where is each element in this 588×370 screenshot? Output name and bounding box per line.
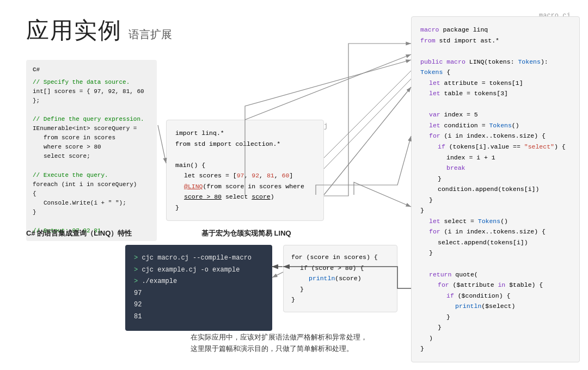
linq-caption: 基于宏为仓颉实现简易 LINQ: [201, 229, 291, 238]
svg-line-4: [324, 71, 411, 158]
svg-line-1: [324, 87, 411, 195]
forloop-box: for (score in scores) { if (score > 80) …: [283, 245, 397, 312]
macro-cj-box: macro package linq from std import ast.*…: [411, 16, 580, 362]
svg-line-5: [324, 79, 411, 169]
bottom-note: 在实际应用中，应该对扩展语法做严格解析和异常处理， 这里限于篇幅和演示目的，只做…: [191, 332, 367, 355]
svg-line-3: [272, 272, 283, 278]
bottom-note-line2: 这里限于篇幅和演示目的，只做了简单解析和处理。: [191, 343, 367, 355]
example-cj-box: import linq.* from std import collection…: [166, 120, 324, 221]
title-main: 应用实例: [26, 15, 122, 46]
terminal-box: > cjc macro.cj --compile-macro > cjc exa…: [125, 245, 272, 331]
bottom-note-line1: 在实际应用中，应该对扩展语法做严格解析和异常处理，: [191, 332, 367, 343]
page-title: 应用实例 语言扩展: [26, 15, 172, 46]
title-sub: 语言扩展: [128, 27, 172, 42]
svg-line-2: [245, 54, 411, 120]
csharp-label: C#: [33, 65, 150, 75]
csharp-caption: C# 的语言集成查询（LINQ）特性: [26, 229, 132, 238]
csharp-code-box: C# // Specify the data source. int[] sco…: [26, 60, 157, 241]
svg-line-0: [158, 125, 166, 163]
